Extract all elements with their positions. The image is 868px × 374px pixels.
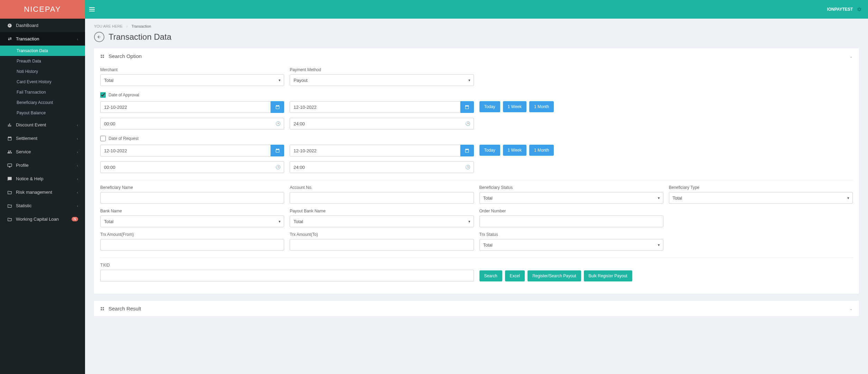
chevron-right-icon: › — [127, 24, 128, 28]
sidebar-item-risk-management[interactable]: Risk management ‹ — [0, 185, 85, 199]
bank-name-label: Bank Name — [100, 209, 284, 213]
sidebar-sub-noti-history[interactable]: Noti History — [0, 66, 85, 77]
approval-time-to-input[interactable] — [290, 118, 474, 130]
approval-date-to-input[interactable] — [290, 101, 460, 113]
one-month-button[interactable]: 1 Month — [529, 101, 554, 112]
breadcrumb: YOU ARE HERE › Transaction — [94, 24, 859, 28]
chevron-left-icon: ‹ — [77, 204, 78, 208]
collapse-icon[interactable]: ⌄ — [849, 306, 853, 311]
svg-rect-0 — [101, 55, 102, 56]
excel-button[interactable]: Excel — [505, 270, 525, 281]
collapse-icon[interactable]: ⌄ — [849, 54, 853, 59]
sidebar-sub-fail-transaction[interactable]: Fail Transaction — [0, 87, 85, 97]
gear-icon[interactable] — [857, 7, 862, 12]
grid-icon — [100, 307, 105, 311]
trx-status-select[interactable] — [479, 239, 663, 251]
beneficiary-status-select[interactable] — [479, 192, 663, 204]
txid-input[interactable] — [100, 270, 474, 281]
order-number-input[interactable] — [479, 215, 663, 227]
dashboard-icon — [7, 23, 12, 28]
bulk-register-payout-button[interactable]: Bulk Register Payout — [584, 270, 632, 281]
sidebar-sub-card-event-history[interactable]: Card Event History — [0, 77, 85, 87]
chat-icon — [7, 176, 12, 181]
sidebar-item-transaction[interactable]: ⇄ Transaction ‹ — [0, 32, 85, 46]
sidebar-item-label: Beneficiary Account — [17, 100, 78, 105]
sidebar-sub-payout-balance[interactable]: Payout Balance — [0, 108, 85, 118]
sidebar-item-statistic[interactable]: Statistic ‹ — [0, 199, 85, 212]
sidebar-item-working-capital-loan[interactable]: Working Capital Loan N — [0, 212, 85, 226]
menu-toggle-icon[interactable] — [85, 0, 99, 19]
user-name[interactable]: IONPAYTEST — [827, 7, 853, 12]
sidebar-item-dashboard[interactable]: DashBoard — [0, 19, 85, 32]
brand-logo[interactable]: NICEPAY — [0, 0, 85, 19]
one-week-button[interactable]: 1 Week — [503, 101, 526, 112]
payment-method-select[interactable] — [290, 74, 474, 86]
monitor-icon — [7, 163, 12, 168]
calendar-button[interactable] — [460, 101, 474, 113]
sidebar-sub-transaction-data[interactable]: Transaction Data — [0, 46, 85, 56]
search-button[interactable]: Search — [479, 270, 502, 281]
calendar-icon — [7, 136, 12, 141]
sidebar: DashBoard ⇄ Transaction ‹ Transaction Da… — [0, 19, 85, 374]
merchant-select[interactable] — [100, 74, 284, 86]
trx-amount-to-input[interactable] — [290, 239, 474, 251]
bank-name-select[interactable] — [100, 215, 284, 227]
svg-rect-7 — [103, 309, 104, 310]
sidebar-item-notice-help[interactable]: Notice & Help ‹ — [0, 172, 85, 185]
payout-bank-name-label: Payout Bank Name — [290, 209, 474, 213]
today-button[interactable]: Today — [479, 101, 500, 112]
sidebar-item-service[interactable]: Service ‹ — [0, 145, 85, 159]
breadcrumb-current[interactable]: Transaction — [131, 24, 151, 28]
trx-amount-from-input[interactable] — [100, 239, 284, 251]
calendar-button[interactable] — [460, 145, 474, 156]
date-approval-label: Date of Approval — [109, 93, 139, 97]
chevron-left-icon: ‹ — [77, 163, 78, 167]
chevron-left-icon: ‹ — [77, 123, 78, 127]
today-button[interactable]: Today — [479, 145, 500, 156]
back-button[interactable] — [94, 32, 104, 42]
request-date-from-input[interactable] — [100, 145, 271, 156]
users-icon — [7, 150, 12, 154]
sidebar-item-label: Fail Transaction — [17, 90, 78, 95]
calendar-button[interactable] — [271, 101, 284, 113]
payout-bank-name-select[interactable] — [290, 215, 474, 227]
calendar-button[interactable] — [271, 145, 284, 156]
sidebar-item-label: Settlement — [16, 136, 77, 141]
folder-icon — [7, 190, 12, 195]
sidebar-sub-beneficiary-account[interactable]: Beneficiary Account — [0, 97, 85, 108]
date-request-checkbox[interactable] — [100, 136, 106, 141]
chevron-left-icon: ‹ — [77, 177, 78, 181]
approval-date-from-input[interactable] — [100, 101, 271, 113]
chevron-left-icon: ‹ — [77, 136, 78, 141]
breadcrumb-label: YOU ARE HERE — [94, 24, 123, 28]
sidebar-item-label: Risk management — [16, 190, 77, 195]
request-date-to-input[interactable] — [290, 145, 460, 156]
svg-rect-3 — [103, 57, 104, 58]
request-time-to-input[interactable] — [290, 161, 474, 173]
sidebar-item-discount-event[interactable]: Discount Event ‹ — [0, 118, 85, 132]
order-number-label: Order Number — [479, 209, 663, 213]
register-search-payout-button[interactable]: Register/Search Payout — [528, 270, 581, 281]
svg-rect-5 — [103, 307, 104, 308]
request-time-from-input[interactable] — [100, 161, 284, 173]
folder-icon — [7, 217, 12, 222]
trx-status-label: Trx Status — [479, 232, 663, 237]
one-month-button[interactable]: 1 Month — [529, 145, 554, 156]
account-no-input[interactable] — [290, 192, 474, 204]
approval-time-from-input[interactable] — [100, 118, 284, 130]
sidebar-item-label: Transaction — [16, 36, 77, 41]
svg-rect-4 — [101, 307, 102, 308]
beneficiary-name-input[interactable] — [100, 192, 284, 204]
sidebar-item-settlement[interactable]: Settlement ‹ — [0, 132, 85, 145]
sidebar-item-label: DashBoard — [16, 23, 78, 28]
date-approval-checkbox[interactable] — [100, 92, 106, 98]
sidebar-sub-preauth-data[interactable]: Preauth Data — [0, 56, 85, 66]
merchant-label: Merchant — [100, 67, 284, 72]
sidebar-item-label: Profile — [16, 163, 77, 168]
trx-amount-to-label: Trx Amount(To) — [290, 232, 474, 237]
sidebar-item-label: Statistic — [16, 203, 77, 208]
sidebar-item-profile[interactable]: Profile ‹ — [0, 159, 85, 172]
chart-icon — [7, 123, 12, 127]
one-week-button[interactable]: 1 Week — [503, 145, 526, 156]
beneficiary-type-select[interactable] — [669, 192, 853, 204]
